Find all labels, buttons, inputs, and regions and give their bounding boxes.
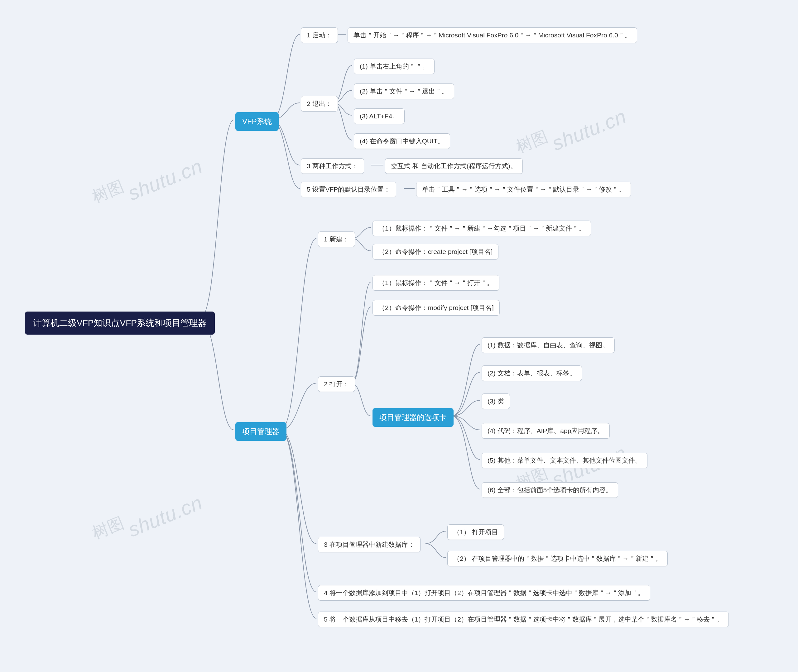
pm-tabs-other[interactable]: (5) 其他：菜单文件、文本文件、其他文件位图文件。 [482,453,647,468]
pm-open-cmd[interactable]: （2）命令操作：modify project [项目名] [372,300,500,315]
watermark-cn: 树图 [513,126,551,158]
pm-open[interactable]: 2 打开： [318,376,355,392]
pm-open-mouse[interactable]: （1）鼠标操作：＂文件＂→＂打开＂。 [372,275,499,291]
pm-tabs-class[interactable]: (3) 类 [482,394,510,409]
pm-new-mouse[interactable]: （1）鼠标操作：＂文件＂→＂新建＂→勾选＂项目＂→＂新建文件＂。 [372,221,591,236]
vfp-exit-3[interactable]: (3) ALT+F4。 [354,109,405,124]
watermark-cn: 树图 [89,512,128,544]
pm-tabs-code[interactable]: (4) 代码：程序、AIP库、app应用程序。 [482,423,610,438]
watermark-en: shutu.cn [549,105,629,155]
pm-new-cmd[interactable]: （2）命令操作：create project [项目名] [372,244,498,259]
pm-adddb[interactable]: 4 将一个数据库添加到项目中（1）打开项目（2）在项目管理器＂数据＂选项卡中选中… [318,585,650,601]
vfp-start-detail[interactable]: 单击＂开始＂→＂程序＂→＂Microsoft Visual FoxPro 6.0… [348,27,637,43]
branch-pm[interactable]: 项目管理器 [236,422,287,441]
pm-newdb[interactable]: 3 在项目管理器中新建数据库： [318,537,420,552]
branch-vfp[interactable]: VFP系统 [236,112,279,131]
watermark-en: shutu.cn [125,155,205,205]
vfp-start[interactable]: 1 启动： [301,27,338,43]
pm-newdb-1[interactable]: （1） 打开项目 [447,524,504,540]
vfp-defaultdir[interactable]: 5 设置VFP的默认目录位置： [301,182,396,197]
pm-newdb-2[interactable]: （2） 在项目管理器中的＂数据＂选项卡中选中＂数据库＂→＂新建＂。 [447,551,668,566]
watermark-cn: 树图 [89,175,128,208]
pm-tabs-data[interactable]: (1) 数据：数据库、自由表、查询、视图。 [482,338,615,353]
pm-tabs-all[interactable]: (6) 全部：包括前面5个选项卡的所有内容。 [482,482,618,498]
root-node[interactable]: 计算机二级VFP知识点VFP系统和项目管理器 [25,312,215,334]
pm-new[interactable]: 1 新建： [318,232,355,247]
vfp-modes[interactable]: 3 两种工作方式： [301,158,364,174]
connector-lines [0,0,798,672]
vfp-modes-detail[interactable]: 交互式 和 自动化工作方式(程序运行方式)。 [385,158,523,174]
vfp-exit-2[interactable]: (2) 单击＂文件＂→＂退出＂。 [354,83,454,99]
watermark-en: shutu.cn [125,491,205,541]
pm-tabs[interactable]: 项目管理器的选项卡 [372,408,453,427]
vfp-exit-4[interactable]: (4) 在命令窗口中键入QUIT。 [354,133,450,149]
pm-removedb[interactable]: 5 将一个数据库从项目中移去（1）打开项目（2）在项目管理器＂数据＂选项卡中将＂… [318,611,729,627]
vfp-exit-1[interactable]: (1) 单击右上角的＂＂。 [354,59,434,74]
vfp-defaultdir-detail[interactable]: 单击＂工具＂→＂选项＂→＂文件位置＂→＂默认目录＂→＂修改＂。 [416,182,631,197]
pm-tabs-doc[interactable]: (2) 文档：表单、报表、标签。 [482,365,582,381]
vfp-exit[interactable]: 2 退出： [301,96,338,112]
